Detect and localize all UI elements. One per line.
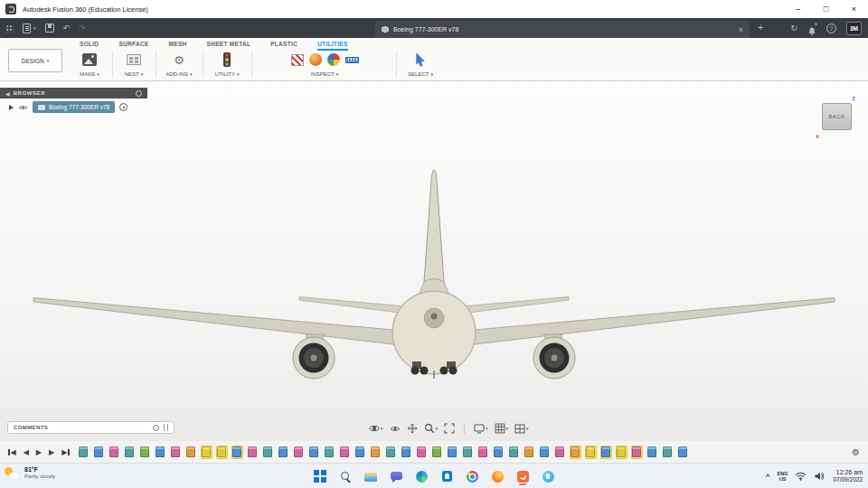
3d-print-icon[interactable] [82, 53, 97, 66]
taskbar-app-search[interactable] [337, 467, 354, 485]
scripts-addins-icon[interactable]: ⚙ [174, 54, 184, 66]
nest-sheet-icon[interactable] [127, 54, 141, 65]
timeline-feature-36[interactable] [616, 446, 627, 459]
viewports-icon[interactable]: ▾ [514, 424, 529, 434]
file-menu-icon[interactable] [23, 23, 31, 33]
timeline-feature-9[interactable] [201, 446, 212, 459]
timeline-feature-33[interactable] [570, 446, 581, 459]
timeline-feature-3[interactable] [108, 446, 120, 459]
tab-solid[interactable]: SOLID [80, 41, 99, 51]
timeline-go-to-start-button[interactable]: ◀ [8, 448, 16, 456]
document-tab[interactable]: Boeing 777-300ER v78 × [375, 21, 750, 38]
taskbar-app-edge[interactable] [413, 467, 429, 485]
timeline-feature-13[interactable] [262, 446, 274, 459]
timeline-feature-28[interactable] [493, 446, 505, 459]
vertical-stabilizer[interactable] [419, 170, 449, 296]
timeline-go-to-end-button[interactable]: ▶ [61, 448, 70, 456]
browser-options-icon[interactable] [136, 90, 142, 97]
help-icon[interactable]: ? [826, 23, 836, 33]
undo-icon[interactable]: ↶ [63, 24, 71, 33]
viewcube-face-back[interactable]: BACK [822, 103, 852, 130]
tab-sheet-metal[interactable]: SHEET METAL [207, 41, 251, 51]
timeline-feature-18[interactable] [339, 446, 351, 459]
taskbar-app-chrome[interactable] [464, 467, 480, 485]
engine-left[interactable] [293, 337, 335, 379]
timeline-feature-38[interactable] [646, 446, 658, 459]
workspace-selector-button[interactable]: DESIGN ▾ [8, 49, 62, 72]
timeline-feature-35[interactable] [600, 446, 612, 459]
taskbar-app-fusion-360[interactable] [514, 467, 531, 485]
timeline-feature-27[interactable] [477, 446, 489, 459]
timeline-feature-8[interactable] [185, 446, 197, 459]
volume-icon[interactable] [814, 472, 826, 481]
language-indicator[interactable]: ENG US [778, 471, 788, 483]
timeline-feature-21[interactable] [385, 446, 397, 459]
timeline-step-back-button[interactable]: ◀ [24, 448, 29, 456]
comments-bar[interactable]: COMMENTS [7, 421, 175, 434]
group-nest-label[interactable]: NEST▾ [116, 71, 152, 77]
group-select-label[interactable]: SELECT▾ [400, 71, 441, 77]
taskbar-app-file-explorer[interactable] [363, 467, 379, 485]
measure-icon[interactable] [345, 57, 359, 63]
zoom-icon[interactable]: ▾ [424, 423, 439, 434]
app-grid-icon[interactable] [5, 24, 14, 33]
comments-drag-handle[interactable] [164, 424, 168, 431]
section-analysis-icon[interactable] [291, 54, 304, 66]
comments-indicator-icon[interactable] [153, 425, 159, 431]
timeline-feature-1[interactable] [78, 446, 90, 459]
save-icon[interactable] [45, 23, 54, 33]
curvature-map-icon[interactable] [309, 53, 322, 66]
timeline-feature-25[interactable] [447, 446, 458, 459]
timeline-feature-5[interactable] [139, 446, 151, 459]
taskbar-app-firefox[interactable] [489, 467, 505, 485]
grid-snaps-icon[interactable]: ▾ [495, 423, 509, 434]
timeline-feature-7[interactable] [170, 446, 182, 459]
timeline-feature-20[interactable] [370, 446, 382, 459]
timeline-feature-29[interactable] [508, 446, 520, 459]
taskbar-app-start[interactable] [312, 467, 328, 485]
timeline-feature-4[interactable] [124, 446, 136, 459]
taskbar-app-chat[interactable] [388, 467, 404, 485]
new-document-tab-button[interactable]: + [758, 18, 763, 38]
tab-plastic[interactable]: PLASTIC [270, 41, 297, 51]
timeline-settings-gear-icon[interactable]: ⚙ [844, 447, 868, 457]
timeline-feature-15[interactable] [293, 446, 305, 459]
taskbar-weather-widget[interactable]: 81°F Partly cloudy [5, 466, 55, 481]
timeline-feature-23[interactable] [416, 446, 428, 459]
activate-component-radio[interactable] [119, 103, 127, 111]
timeline-feature-6[interactable] [155, 446, 166, 459]
timeline-feature-31[interactable] [539, 446, 551, 459]
tray-overflow-chevron-icon[interactable]: ^ [766, 473, 770, 481]
document-tab-close-icon[interactable]: × [739, 25, 743, 34]
visibility-eye-icon[interactable] [18, 104, 28, 111]
browser-document-item[interactable]: Boeing 777-300ER v78 [33, 101, 115, 113]
3d-viewport-canvas[interactable] [0, 81, 868, 441]
expand-arrow-icon[interactable] [9, 105, 14, 110]
timeline-feature-12[interactable] [247, 446, 259, 459]
timeline-step-forward-button[interactable]: ▶ [49, 448, 54, 456]
job-status-sync-icon[interactable]: ↻ [790, 24, 797, 33]
taskbar-app-store[interactable] [439, 467, 455, 485]
draft-analysis-icon[interactable] [327, 53, 340, 66]
user-avatar[interactable]: 3M [846, 22, 862, 35]
fuselage[interactable] [392, 291, 476, 374]
timeline-feature-24[interactable] [431, 446, 443, 459]
timeline-feature-26[interactable] [462, 446, 474, 459]
timeline-feature-37[interactable] [631, 446, 643, 459]
close-button[interactable]: × [840, 0, 868, 18]
fit-view-icon[interactable] [444, 423, 455, 434]
timeline-feature-30[interactable] [524, 446, 535, 459]
browser-collapse-icon[interactable]: ◀ [5, 90, 10, 97]
utility-traffic-light-icon[interactable] [223, 52, 231, 67]
tab-utilities[interactable]: UTILITIES [317, 41, 347, 51]
group-utility-label[interactable]: UTILITY▾ [206, 71, 248, 77]
timeline-feature-34[interactable] [585, 446, 597, 459]
timeline-feature-2[interactable] [93, 446, 105, 459]
timeline-strip[interactable] [78, 446, 844, 459]
timeline-play-button[interactable]: ▶ [36, 448, 42, 456]
timeline-feature-16[interactable] [308, 446, 320, 459]
taskbar-clock[interactable]: 12:26 am 07/09/2022 [833, 469, 863, 484]
wifi-icon[interactable] [795, 472, 807, 481]
maximize-button[interactable]: □ [812, 0, 840, 18]
select-cursor-icon[interactable] [415, 53, 426, 67]
